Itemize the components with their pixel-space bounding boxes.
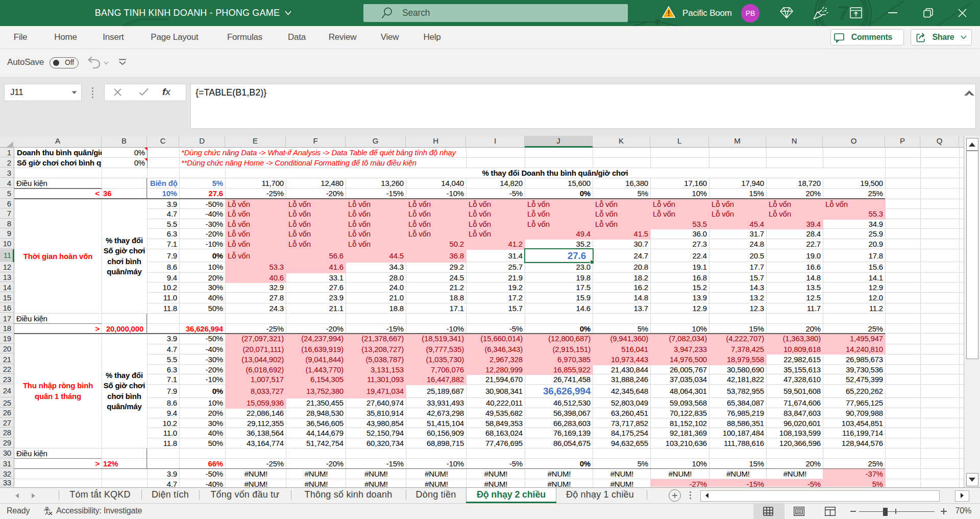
svg-text:7: 7 <box>838 2 849 25</box>
